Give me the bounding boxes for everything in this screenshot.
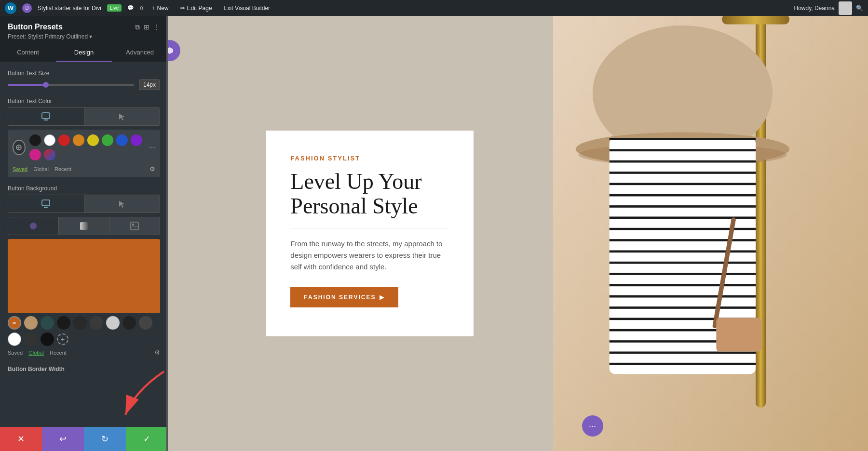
comment-icon: 💬 — [127, 5, 134, 11]
swatch-tab-recent[interactable]: Recent — [54, 166, 71, 172]
swatch-tab-saved[interactable]: Saved — [13, 166, 27, 172]
hero-image: ··· — [553, 16, 868, 451]
bottom-swatch-tan[interactable] — [24, 316, 38, 330]
swatch-orange[interactable] — [73, 134, 84, 146]
swatch-green[interactable] — [102, 134, 113, 146]
swatch-red[interactable] — [58, 134, 70, 146]
more-options-button[interactable]: ··· — [582, 415, 603, 437]
svg-rect-23 — [609, 183, 755, 185]
panel-header: Button Presets ⧉ ⊞ ⋮ Preset: Stylist Pri… — [0, 16, 168, 44]
panel-title-icons: ⧉ ⊞ ⋮ — [135, 23, 160, 31]
bg-swatch-tab[interactable] — [8, 195, 84, 212]
svg-rect-8 — [80, 222, 88, 230]
swatch-pink[interactable] — [29, 149, 41, 160]
bottom-swatch-dark2[interactable] — [90, 316, 103, 330]
top-bar-right: Howdy, Deanna 🔍 — [794, 1, 864, 15]
paint-icon — [29, 222, 38, 230]
text-size-track[interactable] — [8, 84, 134, 86]
top-bar: W D Stylist starter site for Divi Live 💬… — [0, 0, 868, 16]
text-color-label: Button Text Color — [8, 98, 160, 105]
more-icon[interactable]: ⋮ — [153, 23, 160, 31]
text-color-cursor-tab[interactable] — [84, 108, 160, 125]
grid-icon[interactable]: ⊞ — [144, 23, 149, 31]
fashion-services-button[interactable]: FASHION SERVICES ▶ — [290, 287, 398, 307]
avatar — [839, 1, 852, 15]
card-body: From the runway to the streets, my appro… — [290, 238, 449, 273]
panel-subtitle[interactable]: Preset: Stylist Primary Outlined ▾ — [8, 33, 160, 40]
bottom-swatch-teal[interactable] — [41, 316, 54, 330]
bottom-swatch-dark4[interactable] — [139, 316, 152, 330]
bg-color-large[interactable] — [8, 239, 160, 313]
bottom-swatch-dark5[interactable] — [24, 332, 38, 346]
swatch-gradient[interactable] — [44, 149, 55, 160]
swatch-purple[interactable] — [131, 134, 142, 146]
undo-button[interactable]: ↩ — [42, 427, 84, 451]
divi-icon — [168, 46, 175, 55]
card-title: Level Up Your Personal Style — [290, 170, 449, 218]
cancel-button[interactable]: ✕ — [0, 427, 42, 451]
svg-rect-9 — [131, 222, 138, 230]
search-icon[interactable]: 🔍 — [856, 5, 863, 12]
text-size-value[interactable]: 14px — [139, 80, 160, 90]
swatch-black[interactable] — [29, 134, 41, 146]
new-button[interactable]: + New — [149, 4, 172, 13]
wordpress-logo[interactable]: W — [5, 2, 16, 14]
tab-content[interactable]: Content — [0, 44, 56, 62]
swatch-blue[interactable] — [116, 134, 128, 146]
fashion-illustration — [553, 16, 868, 451]
site-name: Stylist starter site for Divi — [38, 5, 101, 12]
cursor-icon — [117, 112, 127, 121]
bottom-swatch-orange-pen[interactable]: ✏ — [8, 316, 21, 330]
bottom-swatch-white[interactable] — [8, 332, 21, 346]
swatch-yellow[interactable] — [87, 134, 99, 146]
text-color-section: Button Text Color — [8, 98, 160, 177]
svg-rect-20 — [609, 149, 755, 151]
eyedropper-icon — [15, 144, 22, 151]
swatch-tab-global[interactable]: Global — [33, 166, 49, 172]
bg-cursor-tab[interactable] — [84, 195, 160, 212]
bottom-swatch-light[interactable] — [106, 316, 120, 330]
tab-advanced[interactable]: Advanced — [112, 44, 168, 62]
eyedropper-button[interactable] — [13, 140, 26, 155]
swatch-white[interactable] — [44, 134, 55, 146]
svg-rect-30 — [609, 262, 755, 264]
undo-icon: ↩ — [59, 434, 67, 444]
bg-swatch-tab-recent[interactable]: Recent — [50, 350, 67, 356]
divi-logo[interactable]: D — [22, 3, 32, 13]
bottom-swatch-dark[interactable] — [73, 316, 87, 330]
text-color-swatch-tab[interactable] — [8, 108, 84, 125]
text-size-thumb[interactable] — [43, 82, 49, 88]
panel-content: Button Text Size 14px Button Text Color — [0, 62, 168, 427]
bg-swatch-tab-saved[interactable]: Saved — [8, 350, 23, 356]
duplicate-icon[interactable]: ⧉ — [135, 23, 140, 31]
bottom-swatch-black[interactable] — [57, 316, 70, 330]
arrow-icon: ▶ — [380, 294, 385, 301]
bg-swatch-settings-icon[interactable]: ⚙ — [154, 349, 160, 356]
add-swatch-button[interactable]: + — [57, 333, 68, 345]
save-icon: ✓ — [143, 434, 150, 444]
swatch-settings-icon[interactable]: ⚙ — [149, 165, 155, 172]
save-button[interactable]: ✓ — [126, 427, 168, 451]
edit-page-button[interactable]: ✏ Edit Page — [177, 4, 215, 13]
swatch-more-dots[interactable]: ··· — [149, 143, 155, 152]
bottom-swatch-dark6[interactable] — [41, 332, 54, 346]
bg-swatch-tab-global[interactable]: Global — [28, 350, 44, 356]
panel-tabs: Content Design Advanced — [0, 44, 168, 62]
cancel-icon: ✕ — [17, 434, 25, 444]
image-icon — [130, 222, 139, 230]
svg-rect-38 — [609, 352, 755, 354]
bg-swatch-tab-row: Saved Global Recent ⚙ — [8, 349, 160, 356]
hero-card: FASHION STYLIST Level Up Your Personal S… — [266, 131, 474, 336]
svg-rect-41 — [716, 318, 761, 352]
redo-button[interactable]: ↻ — [84, 427, 126, 451]
bg-solid-btn[interactable] — [8, 217, 58, 235]
bottom-swatch-dark3[interactable] — [122, 316, 136, 330]
tab-design[interactable]: Design — [56, 44, 112, 62]
exit-builder-button[interactable]: Exit Visual Builder — [221, 4, 273, 13]
svg-rect-24 — [609, 194, 755, 197]
bg-image-btn[interactable] — [109, 217, 160, 235]
text-size-section: Button Text Size 14px — [8, 70, 160, 90]
svg-rect-34 — [609, 306, 755, 309]
bg-gradient-btn[interactable] — [58, 217, 109, 235]
svg-point-7 — [30, 223, 37, 229]
